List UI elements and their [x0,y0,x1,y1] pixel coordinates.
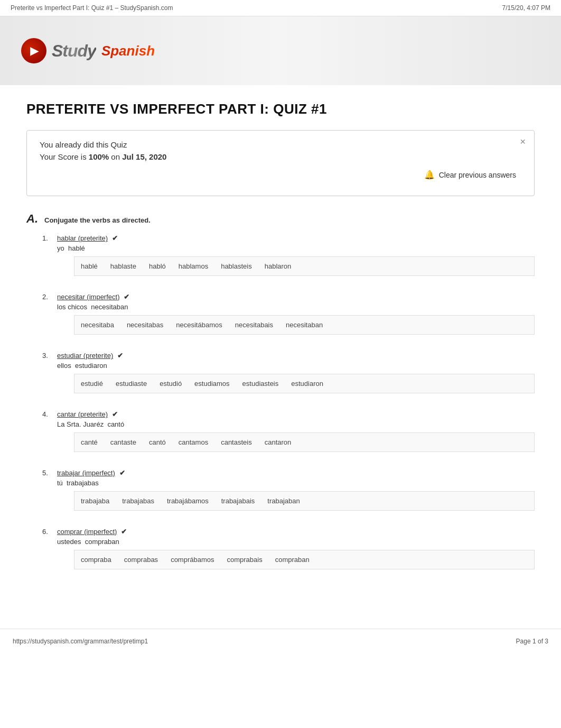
option-word[interactable]: cantasteis [221,437,252,447]
item-options-1: necesitabanecesitabasnecesitábamosnecesi… [74,315,535,335]
option-word[interactable]: comprabas [124,555,158,565]
item-checkmark-5: ✔ [121,528,127,536]
item-verb-2: estudiar (preterite) [57,352,113,360]
logo-container: ▶ Study Spanish [21,38,155,63]
footer-url: https://studyspanish.com/grammar/test/pr… [13,638,148,645]
option-word[interactable]: estudiasteis [242,379,279,389]
item-options-5: comprabacomprabascomprábamoscomprabaisco… [74,550,535,569]
option-word[interactable]: hablaste [110,261,136,271]
clear-previous-answers-button[interactable]: 🔔 Clear previous answers [424,170,516,180]
item-header-0: 1. hablar (preterite) ✔ [42,234,535,242]
item-header-4: 5. trabajar (imperfect) ✔ [42,469,535,477]
logo-text-study: Study [52,41,96,61]
item-checkmark-3: ✔ [112,410,118,418]
item-number-2: 3. [42,352,53,360]
item-number-0: 1. [42,234,53,242]
item-header-3: 4. cantar (preterite) ✔ [42,410,535,418]
item-verb-1: necesitar (imperfect) [57,293,119,301]
datetime: 7/15/20, 4:07 PM [502,4,550,12]
item-options-0: habléhablastehablóhablamoshablasteishabl… [74,256,535,276]
quiz-items-container: 1. hablar (preterite) ✔ yo hablé habléha… [26,234,535,569]
item-checkmark-4: ✔ [119,469,125,477]
page-tab-title: Preterite vs Imperfect Part I: Quiz #1 –… [11,4,173,12]
option-word[interactable]: necesitábamos [176,320,222,330]
option-word[interactable]: necesitabais [235,320,273,330]
quiz-item: 3. estudiar (preterite) ✔ ellos estudiar… [26,352,535,393]
footer-page-info: Page 1 of 3 [516,638,548,645]
header: ▶ Study Spanish [0,16,561,85]
option-word[interactable]: cantaste [110,437,136,447]
item-number-4: 5. [42,469,53,477]
close-button[interactable]: × [520,137,526,146]
top-bar: Preterite vs Imperfect Part I: Quiz #1 –… [0,0,561,16]
option-word[interactable]: estudié [81,379,103,389]
option-word[interactable]: hablasteis [221,261,252,271]
option-word[interactable]: necesitaban [286,320,323,330]
quiz-item: 1. hablar (preterite) ✔ yo hablé habléha… [26,234,535,276]
already-did-text: You already did this Quiz [40,140,521,149]
option-word[interactable]: compraban [275,555,310,565]
item-number-5: 6. [42,528,53,536]
item-verb-4: trabajar (imperfect) [57,469,115,477]
option-word[interactable]: habló [149,261,166,271]
item-header-2: 3. estudiar (preterite) ✔ [42,352,535,360]
option-word[interactable]: trabajabais [221,496,255,506]
quiz-item: 4. cantar (preterite) ✔ La Srta. Juaréz … [26,410,535,452]
option-word[interactable]: cantamos [179,437,208,447]
score-box: × You already did this Quiz Your Score i… [26,130,535,196]
option-word[interactable]: hablamos [179,261,208,271]
section-header: A. Conjugate the verbs as directed. [26,212,535,226]
score-value: 100% [89,152,109,161]
quiz-item: 5. trabajar (imperfect) ✔ tú trabajabas … [26,469,535,511]
item-header-5: 6. comprar (imperfect) ✔ [42,528,535,536]
option-word[interactable]: estudiaron [291,379,323,389]
section-letter: A. [26,212,38,226]
item-options-3: cantécantastecantócantamoscantasteiscant… [74,432,535,452]
clear-label: Clear previous answers [439,171,516,179]
item-number-3: 4. [42,410,53,418]
item-answer-0: yo hablé [57,244,535,252]
option-word[interactable]: comprábamos [171,555,214,565]
item-checkmark-2: ✔ [117,352,123,360]
quiz-item: 2. necesitar (imperfect) ✔ los chicos ne… [26,293,535,335]
bell-icon: 🔔 [424,170,435,180]
option-word[interactable]: trabajabas [122,496,154,506]
score-text: Your Score is 100% on Jul 15, 2020 [40,152,521,161]
item-number-1: 2. [42,293,53,301]
score-label: Your Score is [40,152,89,161]
section-instruction: Conjugate the verbs as directed. [44,216,151,224]
option-word[interactable]: estudió [160,379,182,389]
score-on: on [109,152,122,161]
item-verb-0: hablar (preterite) [57,234,108,242]
item-options-4: trabajabatrabajabastrabajábamostrabajaba… [74,491,535,511]
option-word[interactable]: cantó [149,437,166,447]
option-word[interactable]: estudiamos [194,379,229,389]
item-answer-1: los chicos necesitaban [57,303,535,311]
option-word[interactable]: cantaron [265,437,292,447]
logo-icon: ▶ [21,38,46,63]
quiz-item: 6. comprar (imperfect) ✔ ustedes comprab… [26,528,535,569]
logo-text-spanish: Spanish [101,43,155,59]
option-word[interactable]: trabajábamos [167,496,209,506]
item-header-1: 2. necesitar (imperfect) ✔ [42,293,535,301]
item-verb-3: cantar (preterite) [57,410,108,418]
option-word[interactable]: canté [81,437,98,447]
option-word[interactable]: hablaron [265,261,292,271]
item-answer-4: tú trabajabas [57,479,535,487]
option-word[interactable]: necesitabas [127,320,163,330]
option-word[interactable]: hablé [81,261,98,271]
option-word[interactable]: trabajaba [81,496,109,506]
item-checkmark-0: ✔ [112,234,118,242]
option-word[interactable]: estudiaste [116,379,147,389]
footer: https://studyspanish.com/grammar/test/pr… [0,629,561,653]
page-title: PRETERITE VS IMPERFECT PART I: QUIZ #1 [26,101,535,117]
item-options-2: estudiéestudiasteestudióestudiamosestudi… [74,374,535,393]
clear-btn-container: 🔔 Clear previous answers [40,170,521,180]
option-word[interactable]: comprabais [227,555,263,565]
item-checkmark-1: ✔ [124,293,129,301]
option-word[interactable]: compraba [81,555,111,565]
item-answer-3: La Srta. Juaréz cantó [57,420,535,428]
option-word[interactable]: necesitaba [81,320,114,330]
option-word[interactable]: trabajaban [267,496,300,506]
item-verb-5: comprar (imperfect) [57,528,117,536]
